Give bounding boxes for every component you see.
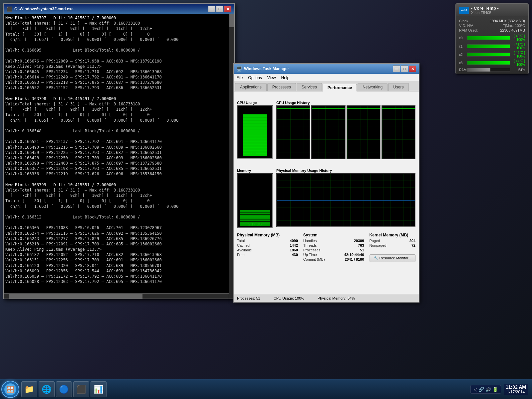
- tab-services[interactable]: Services: [297, 83, 322, 91]
- ram-bar-label: RAM: [459, 68, 466, 72]
- gauge-bar-10: [243, 141, 267, 144]
- nonpaged-row: Nonpaged 72: [370, 243, 415, 247]
- ram-bar-fill: [467, 68, 490, 71]
- mem-history-label: Physical Memory Usage History: [276, 169, 415, 173]
- taskbar-cmd[interactable]: ⬛: [73, 381, 89, 397]
- coretemp-title: - Core Temp -: [471, 6, 499, 11]
- core0-label: c0: [459, 36, 466, 40]
- threads-row: Threads 763: [303, 243, 364, 247]
- taskbar-explorer[interactable]: 📁: [21, 381, 37, 397]
- gauge-bar-2: [243, 117, 267, 120]
- cmd-scrollbar-thumb[interactable]: [229, 14, 234, 27]
- gauge-bar-6: [243, 129, 267, 132]
- menu-file[interactable]: File: [236, 75, 243, 80]
- cpu-usage-label: CPU Usage: [237, 101, 273, 105]
- taskman-titlebar[interactable]: 🖥️ Windows Task Manager ─ □ ✕: [234, 64, 419, 74]
- cmd-taskbar-icon: ⬛: [76, 385, 86, 394]
- paged-val: 204: [409, 239, 415, 243]
- cpu-gauge-wrapper: CPU Usage: [237, 101, 273, 159]
- gauge-bar-5: [243, 126, 267, 129]
- cpu-history-cell-2: [347, 105, 381, 159]
- nonpaged-key: Nonpaged: [370, 243, 387, 247]
- gauge-bar-9: [243, 138, 267, 141]
- phys-free-row: Free 430: [237, 253, 298, 257]
- cmd-content[interactable]: New Block: 363797 – Diff: 10.415612 / 7.…: [4, 14, 234, 299]
- tray-volume-icon: 🔊: [485, 387, 491, 392]
- uptime-row: Up Time 42:19:44:40: [303, 253, 364, 257]
- stats-section: Physical Memory (MB) Total 4090 Cached 1…: [237, 233, 415, 262]
- mem-bar-1: [240, 210, 270, 212]
- coretemp-model: Xeon E5405: [471, 11, 499, 15]
- taskbar-ie[interactable]: 🔵: [56, 381, 72, 397]
- processes-row: Processes 51: [303, 248, 364, 252]
- taskman-controls: ─ □ ✕: [393, 66, 416, 72]
- gauge-bar-1: [243, 114, 267, 117]
- cpu-pct-label: 100 %: [242, 152, 268, 156]
- mem-bar-3: [240, 215, 270, 217]
- mem-history-wrapper: Physical Memory Usage History: [276, 169, 415, 228]
- menu-help[interactable]: Help: [281, 75, 290, 80]
- tab-networking[interactable]: Networking: [358, 83, 388, 91]
- system-block: System Handles 20309 Threads 763 Process…: [303, 233, 364, 262]
- resource-monitor-button[interactable]: 🔧 Resource Monitor...: [370, 254, 415, 262]
- core0-fill: [467, 36, 510, 40]
- taskmanager-taskbar-icon: 📊: [94, 385, 104, 394]
- taskman-close-button[interactable]: ✕: [409, 66, 416, 72]
- kernel-title: Kernel Memory (MB): [370, 233, 415, 237]
- phys-cached-val: 1442: [290, 243, 298, 247]
- cmd-minimize-button[interactable]: ─: [208, 6, 215, 12]
- tray-network-icon: 🔗: [478, 387, 484, 392]
- mem-history-chart: [276, 173, 415, 227]
- taskman-minimize-button[interactable]: ─: [393, 66, 400, 72]
- taskbar-taskmanager[interactable]: 📊: [91, 381, 107, 397]
- tab-performance[interactable]: Performance: [323, 84, 357, 91]
- ram-bar-container: [467, 68, 510, 72]
- coretemp-clock-row: Clock 1994 MHz (332 x 6.0): [459, 19, 525, 23]
- menu-options[interactable]: Options: [248, 75, 262, 80]
- gauge-bar-3: [243, 120, 267, 123]
- cmd-hscrollbar[interactable]: [4, 293, 229, 299]
- coretemp-widget: intel - Core Temp - Xeon E5405 Clock 199…: [455, 3, 529, 74]
- taskbar-clock[interactable]: 11:02 AM 1/17/2014: [504, 384, 528, 395]
- phys-available-key: Available: [237, 248, 252, 252]
- cmd-close-button[interactable]: ✕: [224, 6, 231, 12]
- taskmanager-window: 🖥️ Windows Task Manager ─ □ ✕ File Optio…: [233, 63, 419, 303]
- cmd-maximize-button[interactable]: □: [216, 6, 223, 12]
- threads-val: 763: [358, 243, 364, 247]
- phys-cached-key: Cached: [237, 243, 250, 247]
- cpu-history-chart-2: [347, 106, 380, 159]
- coretemp-header-text: - Core Temp - Xeon E5405: [471, 6, 499, 15]
- mem-gauge: 2.17 GB: [237, 173, 273, 228]
- tab-users[interactable]: Users: [388, 83, 408, 91]
- menu-view[interactable]: View: [267, 75, 276, 80]
- coretemp-ram-bar: RAM 54%: [459, 68, 525, 72]
- core1-fill: [467, 45, 510, 48]
- mem-gauge-wrapper: Memory 2.17 GB: [237, 169, 273, 228]
- taskman-maximize-button[interactable]: □: [401, 66, 408, 72]
- commit-key: Commit (MB): [303, 257, 325, 261]
- tab-processes[interactable]: Processes: [267, 83, 296, 91]
- cmd-titlebar[interactable]: ⬛ C:\Windows\system32\cmd.exe ─ □ ✕: [4, 4, 234, 14]
- gauge-bar-8: [243, 135, 267, 138]
- phys-available-row: Available 1860: [237, 248, 298, 252]
- tab-applications[interactable]: Applications: [235, 83, 267, 91]
- start-button[interactable]: 🪟: [1, 381, 19, 398]
- coretemp-core2-bar: c2 [ 42°C ] 100%: [459, 51, 525, 58]
- cpu-history-label: CPU Usage History: [276, 101, 415, 105]
- cpu-history-grid: [276, 105, 415, 159]
- coretemp-clock-value: 1994 MHz (332 x 6.0): [490, 19, 525, 23]
- system-title: System: [303, 233, 364, 237]
- taskman-statusbar: Processes: 51 CPU Usage: 100% Physical M…: [234, 294, 419, 302]
- cmd-title: C:\Windows\system32\cmd.exe: [14, 7, 74, 11]
- coretemp-core0-bar: c0 [ 49°C ] 100%: [459, 34, 525, 42]
- cpu-gauge: 100 %: [237, 105, 273, 159]
- cpu-section: CPU Usage: [237, 95, 415, 159]
- taskman-title: Windows Task Manager: [244, 66, 289, 71]
- processes-val: 51: [360, 248, 364, 252]
- taskbar-chrome[interactable]: 🌐: [39, 381, 55, 397]
- kernel-memory-block: Kernel Memory (MB) Paged 204 Nonpaged 72: [370, 233, 415, 252]
- tray-arrow-icon: ◁: [473, 387, 477, 392]
- core0-temp: [ 49°C ] 100%: [512, 34, 525, 42]
- cmd-hscrollbar-thumb[interactable]: [9, 294, 142, 299]
- ie-icon: 🔵: [59, 385, 69, 394]
